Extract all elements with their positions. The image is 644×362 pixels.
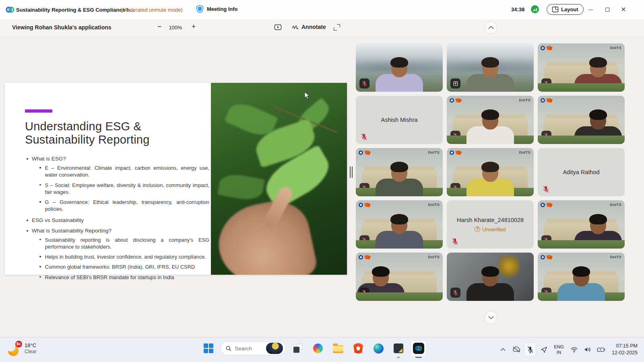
tray-chevron-up[interactable] bbox=[497, 343, 508, 356]
iit-175-logo bbox=[546, 98, 553, 103]
tray-mic-muted-icon[interactable] bbox=[524, 343, 536, 356]
weather-condition: Clear bbox=[25, 349, 37, 355]
unverified-label: Unverified bbox=[482, 226, 506, 232]
mic-muted-icon bbox=[359, 288, 369, 298]
language-switcher[interactable]: ENG IN bbox=[552, 344, 566, 356]
participant-video bbox=[356, 263, 424, 301]
viewing-label: Viewing Rohan Shukla's applications bbox=[12, 24, 111, 31]
participant-tile[interactable]: DoITS ? bbox=[356, 148, 443, 196]
participant-tile[interactable]: ? bbox=[538, 96, 625, 144]
participant-video bbox=[356, 211, 443, 249]
question-icon: ? bbox=[475, 226, 480, 232]
chevron-up-icon bbox=[488, 26, 494, 29]
participant-name: Harsh Kharate_24810028 bbox=[457, 217, 524, 223]
participant-tile[interactable]: Harsh Kharate_24810028 ? Unverified bbox=[447, 200, 534, 249]
mouse-cursor bbox=[304, 92, 310, 99]
participant-video bbox=[356, 158, 443, 196]
clock-widget[interactable]: 07:15 PM 12-02-2025 bbox=[609, 343, 640, 356]
mic-muted-icon bbox=[359, 235, 369, 245]
participant-tile[interactable]: ? bbox=[447, 253, 534, 301]
connection-quality-icon[interactable] bbox=[531, 5, 539, 13]
mic-muted-icon bbox=[541, 78, 551, 88]
mic-muted-icon bbox=[541, 288, 551, 298]
doits-watermark: DoITS bbox=[428, 150, 440, 154]
sub-bullet-item: E – Environmental: Climate impact, carbo… bbox=[39, 165, 209, 179]
tray-date: 12-02-2025 bbox=[612, 350, 638, 356]
onedrive-paused-icon[interactable] bbox=[511, 343, 522, 356]
participant-tile[interactable]: DoITS ? bbox=[447, 96, 534, 144]
participant-tile[interactable]: DoITS ? bbox=[447, 148, 534, 196]
chevron-down-icon bbox=[488, 316, 494, 319]
participant-tile[interactable]: DoITS ? bbox=[538, 200, 625, 249]
location-icon[interactable] bbox=[538, 343, 549, 356]
slide-title: Understanding ESG & Sustainability Repor… bbox=[25, 120, 186, 146]
sub-bullet-item: Relevance of SEBI's BRSR mandate for sta… bbox=[39, 274, 209, 281]
windows-taskbar: 9+ 18°C Clear bbox=[0, 337, 644, 362]
participant-tile[interactable]: Ashish Mishra ? bbox=[356, 96, 443, 144]
wifi-icon[interactable] bbox=[568, 343, 580, 356]
participant-tile[interactable]: ? bbox=[447, 43, 534, 92]
screen-view-icon[interactable] bbox=[274, 24, 282, 31]
restore-button[interactable] bbox=[601, 5, 613, 14]
institution-logo bbox=[541, 203, 553, 207]
participant-tile[interactable]: DoITS ? bbox=[356, 253, 443, 301]
institution-logo bbox=[359, 255, 371, 259]
participant-tile[interactable]: Aditya Rathod ? bbox=[538, 148, 625, 196]
participant-tile[interactable]: DoITS ? bbox=[356, 200, 443, 249]
webex-taskbar-button[interactable] bbox=[411, 340, 427, 356]
bullet-item: What is Sustainability Reporting? bbox=[25, 228, 209, 234]
webex-app-icon bbox=[413, 343, 424, 354]
close-button[interactable]: ✕ bbox=[617, 5, 630, 14]
bullet-item: What is ESG? bbox=[25, 156, 209, 162]
fullscreen-icon[interactable] bbox=[334, 24, 340, 31]
taskbar-search[interactable] bbox=[221, 341, 286, 355]
meeting-info-label: Meeting Info bbox=[207, 6, 238, 12]
leaf-photo bbox=[211, 83, 347, 275]
participant-tile[interactable]: ? bbox=[356, 43, 443, 92]
participant-tile[interactable]: DoITS ? bbox=[538, 253, 625, 301]
edge-icon bbox=[374, 343, 384, 354]
edge-browser-button[interactable] bbox=[370, 340, 386, 356]
zoom-out-button[interactable]: − bbox=[155, 23, 164, 31]
doits-watermark: DoITS bbox=[428, 255, 440, 259]
notes-app-button[interactable] bbox=[390, 340, 407, 356]
iit-emblem-icon bbox=[541, 46, 545, 50]
weather-widget[interactable]: 9+ 18°C Clear bbox=[7, 341, 37, 356]
brave-browser-button[interactable] bbox=[350, 340, 366, 356]
screen-share-icon bbox=[450, 78, 460, 88]
doits-watermark: DoITS bbox=[519, 150, 530, 154]
participant-grid: ? ? bbox=[356, 43, 626, 301]
zoom-in-button[interactable]: + bbox=[189, 23, 198, 31]
copilot-button[interactable] bbox=[310, 340, 326, 356]
file-explorer-button[interactable] bbox=[330, 340, 346, 356]
moderated-mode-label: (Moderated unmute mode) bbox=[121, 7, 183, 13]
sub-bullet-item: Common global frameworks: BRSR (India), … bbox=[39, 263, 209, 270]
zoom-level-value: 100% bbox=[167, 25, 184, 31]
iit-emblem-icon bbox=[450, 98, 454, 103]
participant-tile[interactable]: DoITS ? bbox=[538, 43, 625, 92]
weather-temp: 18°C bbox=[25, 342, 37, 349]
collapse-panel-button[interactable] bbox=[484, 21, 497, 34]
mic-muted-icon bbox=[541, 235, 551, 245]
annotate-button[interactable]: Annotate bbox=[291, 24, 326, 30]
sub-bullet-item: G – Governance: Ethical leadership, tran… bbox=[39, 199, 209, 213]
volume-icon[interactable] bbox=[582, 343, 593, 356]
taskbar-icons bbox=[200, 340, 427, 356]
panel-resize-handle[interactable] bbox=[350, 167, 353, 178]
scroll-participants-button[interactable] bbox=[484, 311, 497, 324]
task-view-button[interactable] bbox=[290, 340, 306, 356]
minimize-button[interactable] bbox=[584, 5, 597, 14]
iit-175-logo bbox=[546, 203, 553, 207]
institution-logo bbox=[541, 98, 553, 103]
participant-video bbox=[555, 106, 625, 144]
meeting-title: Sustainability Reporting & ESG Complianc… bbox=[16, 7, 134, 13]
meeting-info-button[interactable]: Meeting Info bbox=[196, 5, 238, 13]
start-button[interactable] bbox=[200, 340, 217, 356]
layout-button[interactable]: Layout bbox=[547, 4, 584, 15]
search-input[interactable] bbox=[235, 346, 263, 352]
mic-muted-icon bbox=[450, 183, 460, 193]
news-badge: 9+ bbox=[15, 341, 22, 348]
title-bar: Sustainability Reporting & ESG Complianc… bbox=[0, 0, 644, 19]
battery-charging-icon[interactable] bbox=[596, 343, 607, 356]
search-icon bbox=[226, 346, 231, 352]
